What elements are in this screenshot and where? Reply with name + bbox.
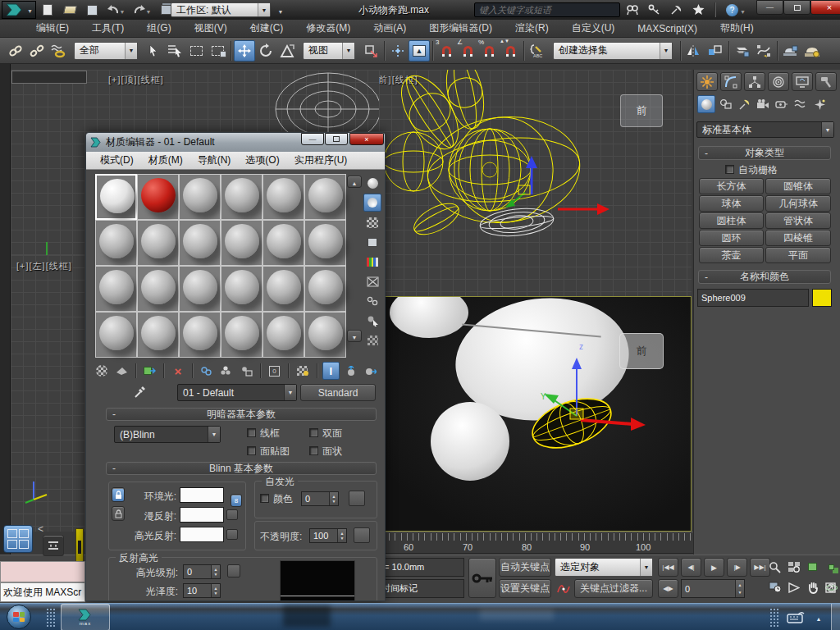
license-key-icon[interactable] [646,2,662,18]
material-slot[interactable] [304,220,346,266]
glossiness-spinner[interactable]: 10 [183,583,221,598]
select-and-move-icon[interactable] [234,40,255,62]
material-slot[interactable] [95,312,137,358]
undo-icon[interactable] [105,2,126,18]
diffuse-map-button[interactable] [226,509,238,520]
maxscript-mini-listener-pink[interactable] [0,561,85,582]
put-to-library-icon[interactable] [237,362,254,380]
options-icon[interactable] [363,292,381,310]
select-and-rotate-icon[interactable] [255,40,276,62]
material-slot[interactable] [304,174,346,220]
tab-create[interactable] [696,72,718,91]
sample-background-icon[interactable] [363,213,381,231]
material-slot[interactable] [137,220,179,266]
spinner-snap-icon[interactable]: ▲▼ [500,40,521,62]
material-editor-close[interactable]: × [349,133,384,145]
menu-tools[interactable]: 工具(T) [80,21,135,35]
pick-material-eyedropper-icon[interactable] [130,383,148,401]
selection-set-dropdown[interactable]: 选定对象 [555,558,653,577]
shader-basic-params-rollout[interactable]: 明暗器基本参数 [106,408,377,421]
opacity-map-button[interactable] [354,527,370,543]
tab-display[interactable] [792,72,813,91]
bind-to-space-warp-icon[interactable] [48,40,69,62]
wire-checkbox[interactable] [247,428,256,437]
save-file-icon[interactable] [84,2,100,18]
key-mode-toggle-button[interactable]: ◀▶ [658,579,678,598]
me-menu-utilities[interactable]: 实用程序(U) [287,153,355,167]
material-editor-minimize[interactable]: — [301,133,324,145]
tab-motion[interactable] [768,72,789,91]
maximize-button[interactable] [783,0,810,15]
primitive-category-dropdown[interactable]: 标准基本体 [696,121,834,138]
material-slot[interactable] [262,220,304,266]
select-and-scale-icon[interactable] [276,40,298,62]
layer-manager-icon[interactable] [732,40,753,62]
make-material-copy-icon[interactable] [198,362,215,380]
show-map-in-viewport-icon[interactable] [294,362,311,380]
me-menu-modes[interactable]: 模式(D) [93,153,141,167]
material-slot[interactable] [221,312,262,358]
viewport-perspective[interactable]: ][真实] z Y 前 [379,296,692,532]
maximize-viewport-toggle-icon[interactable] [822,578,838,596]
curve-editor-icon[interactable] [753,40,774,62]
set-key-button[interactable]: 设置关键点 [499,579,551,598]
material-slot[interactable] [304,266,346,312]
material-slot[interactable] [179,266,221,312]
menu-create[interactable]: 创建(C) [239,21,295,35]
blinn-basic-params-rollout[interactable]: Blinn 基本参数 [106,462,377,475]
assign-material-to-selection-icon[interactable] [141,362,158,380]
object-name-field[interactable]: Sphere009 [697,289,809,307]
menu-graph-editors[interactable]: 图形编辑器(D) [418,21,504,35]
current-frame-field[interactable]: 0 [681,579,745,598]
collapse-tray-icon[interactable]: < [38,523,43,535]
object-type-rollout[interactable]: 对象类型 [698,146,831,160]
render-production-icon[interactable] [801,40,823,62]
workspace-extra-arrow[interactable] [274,2,287,18]
button-box[interactable]: 长方体 [699,178,764,194]
material-slot[interactable] [179,312,221,358]
material-slot[interactable] [179,220,221,266]
reference-coordinate-dropdown[interactable]: 视图 [303,42,355,60]
unlink-selection-icon[interactable] [26,40,48,62]
show-end-result-icon[interactable]: I [322,362,340,380]
button-pyramid[interactable]: 四棱锥 [765,230,831,246]
button-teapot[interactable]: 茶壶 [699,247,764,263]
specular-map-button[interactable] [226,529,238,540]
maxscript-mini-listener-white[interactable]: 欢迎使用 MAXScr [0,582,85,602]
input-language-keyboard-icon[interactable] [784,609,807,625]
name-color-rollout[interactable]: 名称和颜色 [698,270,831,284]
slots-scroll-down[interactable] [347,330,362,342]
viewport-front[interactable]: [+][前][线框] 前 [379,70,692,296]
shader-type-dropdown[interactable]: (B)Blinn [114,426,221,443]
make-unique-icon[interactable] [217,362,235,380]
communication-center-icon[interactable] [668,2,684,18]
category-shapes-icon[interactable] [716,95,734,113]
workspace-dropdown-arrow[interactable] [258,3,270,16]
tab-hierarchy[interactable] [744,72,765,91]
next-frame-button[interactable]: |▶ [727,558,747,577]
menu-views[interactable]: 视图(V) [183,21,239,35]
category-helpers-icon[interactable] [773,95,791,113]
pan-hand-icon[interactable] [804,578,821,596]
search-icon[interactable] [623,2,640,18]
face-map-checkbox[interactable] [247,446,256,455]
time-configuration-icon[interactable] [766,578,783,596]
menu-group[interactable]: 组(G) [135,21,182,35]
material-slot-red[interactable] [137,174,179,220]
category-cameras-icon[interactable] [754,95,772,113]
viewcube-persp[interactable]: 前 [619,333,664,369]
play-button[interactable]: ▶ [704,558,724,577]
button-cylinder[interactable]: 圆柱体 [699,212,764,229]
backlight-icon[interactable] [363,194,381,212]
viewcube-front-face[interactable]: 前 [637,103,647,118]
key-filters-button[interactable]: 关键点过滤器... [574,579,653,598]
sample-tiling-icon[interactable] [363,233,381,251]
viewport-top-label[interactable]: [+][顶][线框] [108,74,164,86]
redo-icon[interactable] [131,2,153,18]
go-forward-sibling-icon[interactable] [363,362,380,380]
video-color-check-icon[interactable] [363,253,381,271]
me-menu-material[interactable]: 材质(M) [141,153,190,167]
viewport-left-label[interactable]: [+][左][线框] [16,260,72,272]
menu-maxscript[interactable]: MAXScript(X) [626,23,709,34]
category-geometry-icon[interactable] [697,95,715,113]
